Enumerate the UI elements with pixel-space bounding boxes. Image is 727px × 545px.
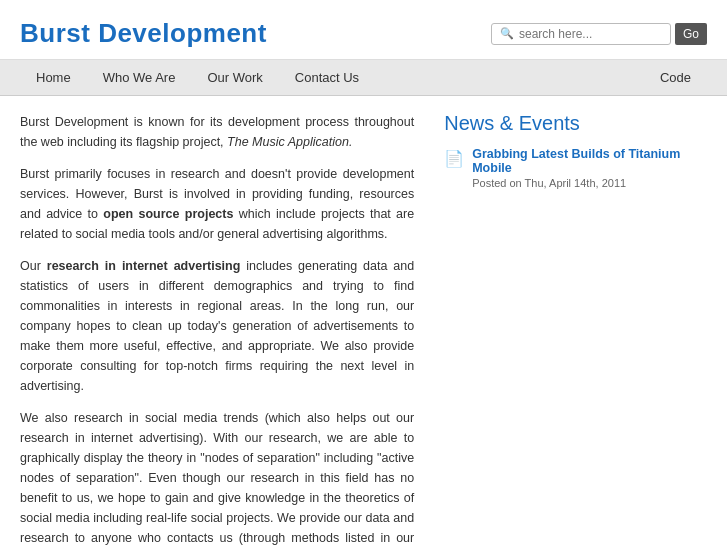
search-icon: 🔍 — [500, 27, 514, 40]
search-box: 🔍 — [491, 23, 671, 45]
nav-item-home[interactable]: Home — [20, 60, 87, 95]
news-item-link[interactable]: Grabbing Latest Builds of Titanium Mobil… — [472, 147, 707, 175]
news-events-title: News & Events — [444, 112, 707, 135]
search-go-button[interactable]: Go — [675, 23, 707, 45]
content-right: News & Events 📄 Grabbing Latest Builds o… — [444, 112, 707, 545]
nav: Home Who We Are Our Work Contact Us Code — [0, 60, 727, 96]
paragraph-4: We also research in social media trends … — [20, 408, 414, 545]
news-item-date: Posted on Thu, April 14th, 2011 — [472, 177, 707, 189]
nav-left: Home Who We Are Our Work Contact Us — [20, 60, 375, 95]
header: Burst Development 🔍 Go — [0, 0, 727, 60]
search-input[interactable] — [519, 27, 662, 41]
nav-item-our-work[interactable]: Our Work — [191, 60, 278, 95]
news-item-content: Grabbing Latest Builds of Titanium Mobil… — [472, 147, 707, 189]
paragraph-2: Burst primarily focuses in research and … — [20, 164, 414, 244]
content-left: Burst Development is known for its devel… — [20, 112, 414, 545]
logo-dark: Development — [90, 18, 267, 48]
nav-item-contact-us[interactable]: Contact Us — [279, 60, 375, 95]
logo-blue: Burst — [20, 18, 90, 48]
paragraph-1: Burst Development is known for its devel… — [20, 112, 414, 152]
main-content: Burst Development is known for its devel… — [0, 96, 727, 545]
news-item: 📄 Grabbing Latest Builds of Titanium Mob… — [444, 147, 707, 189]
document-icon: 📄 — [444, 149, 464, 168]
paragraph-3: Our research in internet advertising inc… — [20, 256, 414, 396]
nav-item-who-we-are[interactable]: Who We Are — [87, 60, 192, 95]
search-area: 🔍 Go — [491, 23, 707, 45]
logo: Burst Development — [20, 18, 267, 49]
nav-code-label[interactable]: Code — [644, 60, 707, 95]
